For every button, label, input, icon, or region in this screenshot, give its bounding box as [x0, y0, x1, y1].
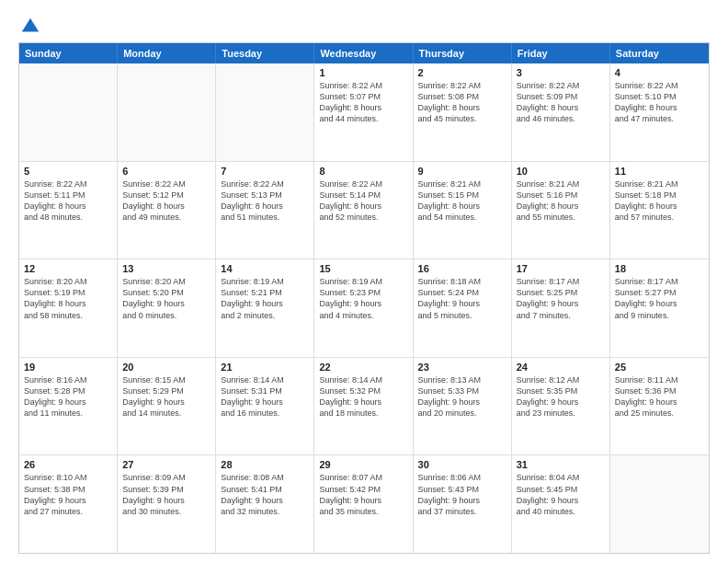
cell-line: Sunrise: 8:10 AM [24, 472, 112, 483]
cell-line: Sunset: 5:39 PM [122, 484, 210, 495]
cell-line: and 48 minutes. [24, 212, 112, 223]
cell-line: and 25 minutes. [615, 408, 704, 419]
cell-line: Sunrise: 8:21 AM [615, 178, 704, 190]
day-number: 3 [517, 67, 605, 78]
cell-line: Daylight: 9 hours [24, 495, 112, 506]
cell-line: and 7 minutes. [517, 310, 605, 321]
cell-line: Sunset: 5:24 PM [418, 287, 506, 298]
cell-line: Sunrise: 8:16 AM [24, 374, 112, 385]
cell-line: Sunrise: 8:22 AM [221, 178, 309, 190]
cell-line: Sunrise: 8:21 AM [517, 178, 605, 190]
day-number: 13 [122, 263, 210, 274]
cell-line: Sunset: 5:42 PM [319, 484, 407, 495]
cell-line: Sunset: 5:27 PM [615, 287, 704, 298]
calendar-cell: 6Sunrise: 8:22 AMSunset: 5:12 PMDaylight… [118, 162, 216, 259]
weekday-header: Sunday [19, 43, 118, 63]
calendar-cell: 19Sunrise: 8:16 AMSunset: 5:28 PMDayligh… [19, 358, 118, 455]
cell-line: Daylight: 9 hours [418, 298, 506, 309]
day-number: 31 [517, 459, 605, 470]
cell-line: and 35 minutes. [319, 506, 407, 517]
cell-line: Daylight: 9 hours [122, 495, 210, 506]
cell-line: Daylight: 9 hours [122, 396, 210, 408]
cell-line: Daylight: 8 hours [517, 201, 605, 212]
cell-line: Sunrise: 8:06 AM [418, 472, 506, 483]
cell-line: Sunset: 5:09 PM [517, 91, 605, 102]
calendar-cell: 9Sunrise: 8:21 AMSunset: 5:15 PMDaylight… [414, 162, 512, 259]
calendar-cell: 21Sunrise: 8:14 AMSunset: 5:31 PMDayligh… [216, 358, 314, 455]
day-number: 14 [221, 263, 309, 274]
cell-line: and 52 minutes. [319, 212, 407, 223]
cell-line: Sunset: 5:29 PM [122, 385, 210, 396]
calendar-row: 5Sunrise: 8:22 AMSunset: 5:11 PMDaylight… [19, 162, 709, 260]
calendar-cell: 22Sunrise: 8:14 AMSunset: 5:32 PMDayligh… [314, 358, 413, 455]
cell-line: Daylight: 9 hours [615, 396, 704, 408]
cell-line: Sunrise: 8:13 AM [418, 374, 506, 385]
cell-line: Sunrise: 8:14 AM [221, 374, 309, 385]
day-number: 20 [122, 362, 210, 373]
cell-line: Sunrise: 8:22 AM [517, 80, 605, 91]
cell-line: Daylight: 8 hours [615, 102, 704, 113]
cell-line: Sunrise: 8:19 AM [319, 276, 407, 287]
calendar-row: 1Sunrise: 8:22 AMSunset: 5:07 PMDaylight… [19, 63, 709, 162]
calendar-cell: 14Sunrise: 8:19 AMSunset: 5:21 PMDayligh… [216, 259, 314, 357]
cell-line: Sunrise: 8:20 AM [122, 276, 210, 287]
calendar-cell: 15Sunrise: 8:19 AMSunset: 5:23 PMDayligh… [314, 259, 413, 357]
cell-line: and 20 minutes. [418, 408, 506, 419]
day-number: 5 [24, 166, 112, 177]
cell-line: Sunrise: 8:22 AM [24, 178, 112, 190]
day-number: 11 [615, 166, 704, 177]
cell-line: Daylight: 9 hours [221, 495, 309, 506]
weekday-header: Tuesday [216, 43, 314, 63]
cell-line: and 47 minutes. [615, 113, 704, 124]
cell-line: and 45 minutes. [418, 113, 506, 124]
calendar-cell [118, 63, 216, 161]
calendar: SundayMondayTuesdayWednesdayThursdayFrid… [18, 42, 710, 554]
cell-line: Daylight: 9 hours [615, 298, 704, 309]
cell-line: and 5 minutes. [418, 310, 506, 321]
cell-line: and 44 minutes. [319, 113, 407, 124]
cell-line: and 14 minutes. [122, 408, 210, 419]
day-number: 16 [418, 263, 506, 274]
weekday-header: Friday [512, 43, 610, 63]
cell-line: Sunset: 5:11 PM [24, 190, 112, 201]
cell-line: Sunrise: 8:09 AM [122, 472, 210, 483]
cell-line: Daylight: 9 hours [319, 495, 407, 506]
cell-line: Sunset: 5:31 PM [221, 385, 309, 396]
cell-line: Daylight: 8 hours [615, 201, 704, 212]
day-number: 24 [517, 362, 605, 373]
calendar-cell: 3Sunrise: 8:22 AMSunset: 5:09 PMDaylight… [512, 63, 610, 161]
cell-line: Sunset: 5:28 PM [24, 385, 112, 396]
cell-line: Sunrise: 8:07 AM [319, 472, 407, 483]
cell-line: Sunrise: 8:14 AM [319, 374, 407, 385]
day-number: 2 [418, 67, 506, 78]
cell-line: and 57 minutes. [615, 212, 704, 223]
cell-line: Sunset: 5:32 PM [319, 385, 407, 396]
day-number: 26 [24, 459, 112, 470]
cell-line: Sunrise: 8:20 AM [24, 276, 112, 287]
calendar-header: SundayMondayTuesdayWednesdayThursdayFrid… [19, 43, 709, 63]
cell-line: Daylight: 8 hours [319, 201, 407, 212]
cell-line: Sunrise: 8:17 AM [615, 276, 704, 287]
cell-line: Sunrise: 8:22 AM [319, 178, 407, 190]
weekday-header: Wednesday [314, 43, 413, 63]
cell-line: and 11 minutes. [24, 408, 112, 419]
cell-line: Sunrise: 8:04 AM [517, 472, 605, 483]
day-number: 27 [122, 459, 210, 470]
cell-line: and 16 minutes. [221, 408, 309, 419]
cell-line: Sunrise: 8:22 AM [319, 80, 407, 91]
cell-line: Sunrise: 8:22 AM [418, 80, 506, 91]
cell-line: Sunset: 5:16 PM [517, 190, 605, 201]
calendar-cell: 23Sunrise: 8:13 AMSunset: 5:33 PMDayligh… [414, 358, 512, 455]
calendar-cell [610, 455, 709, 553]
calendar-cell: 24Sunrise: 8:12 AMSunset: 5:35 PMDayligh… [512, 358, 610, 455]
calendar-cell: 8Sunrise: 8:22 AMSunset: 5:14 PMDaylight… [314, 162, 413, 259]
weekday-header: Thursday [414, 43, 512, 63]
cell-line: Sunrise: 8:18 AM [418, 276, 506, 287]
cell-line: Sunrise: 8:22 AM [615, 80, 704, 91]
cell-line: Sunset: 5:13 PM [221, 190, 309, 201]
cell-line: Sunrise: 8:19 AM [221, 276, 309, 287]
cell-line: Sunset: 5:07 PM [319, 91, 407, 102]
day-number: 17 [517, 263, 605, 274]
cell-line: and 54 minutes. [418, 212, 506, 223]
cell-line: Daylight: 9 hours [517, 298, 605, 309]
